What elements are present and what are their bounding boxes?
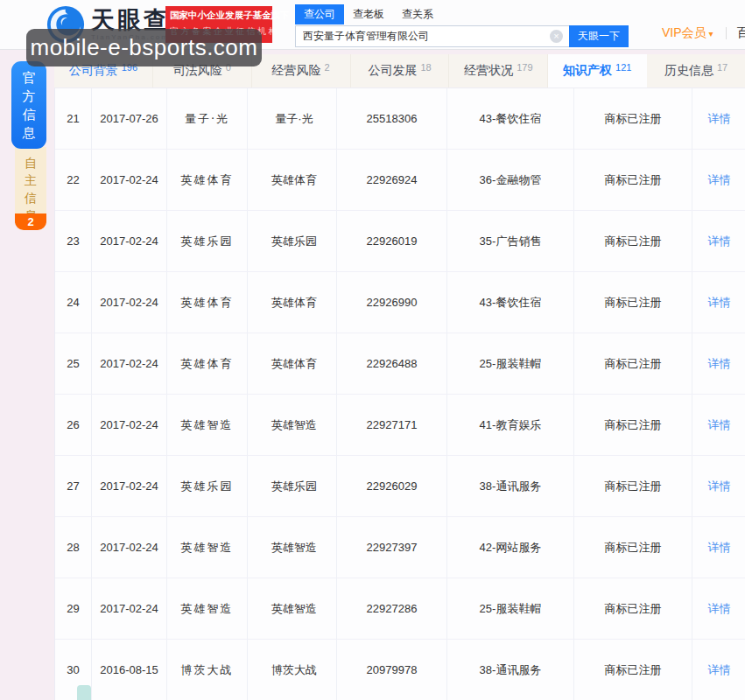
tab-intellectual-property[interactable]: 知识产权 121 — [548, 54, 647, 88]
trademark-status: 商标已注册 — [574, 272, 692, 332]
intl-class: 42-网站服务 — [447, 517, 574, 578]
detail-cell: 详情 — [692, 395, 745, 455]
registration-number: 22926019 — [337, 211, 447, 271]
trademark-name: 英雄智造 — [248, 395, 337, 455]
trademark-name: 量子·光 — [248, 88, 337, 149]
detail-cell: 详情 — [692, 517, 745, 578]
registration-number: 22926924 — [337, 150, 447, 210]
tab-company-development[interactable]: 公司发展 18 — [351, 54, 450, 88]
detail-cell: 详情 — [692, 456, 745, 516]
intl-class: 38-通讯服务 — [447, 640, 574, 700]
trademark-status: 商标已注册 — [574, 456, 692, 516]
top-nav: VIP会员 ▾ 百 — [662, 25, 745, 41]
trademark-image[interactable]: 英雄乐园 — [167, 211, 248, 271]
trademark-name: 英雄体育 — [248, 333, 337, 394]
detail-link[interactable]: 详情 — [708, 662, 731, 678]
registration-number: 22926488 — [337, 333, 447, 394]
table-row: 30 2016-08-15 博茨大战 博茨大战 20979978 38-通讯服务… — [55, 640, 745, 700]
row-index: 28 — [55, 517, 92, 578]
apply-date: 2017-02-24 — [92, 395, 167, 455]
registration-number: 22927286 — [337, 578, 447, 639]
table-row: 26 2017-02-24 英雄智造 英雄智造 22927171 41-教育娱乐… — [55, 395, 745, 456]
intl-class: 38-通讯服务 — [447, 456, 574, 516]
search-tab-boss[interactable]: 查老板 — [344, 4, 393, 24]
table-row: 25 2017-02-24 英雄体育 英雄体育 22926488 25-服装鞋帽… — [55, 333, 745, 395]
table-row: 24 2017-02-24 英雄体育 英雄体育 22926990 43-餐饮住宿… — [55, 272, 745, 333]
search-tabs: 查公司 查老板 查关系 — [295, 5, 629, 24]
tab-operation-status[interactable]: 经营状况 179 — [449, 54, 548, 88]
detail-link[interactable]: 详情 — [708, 601, 731, 617]
row-index: 27 — [55, 456, 92, 516]
search-input[interactable] — [295, 25, 569, 47]
trademark-status: 商标已注册 — [574, 211, 692, 271]
table-row: 28 2017-02-24 英雄智造 英雄智造 22927397 42-网站服务… — [55, 517, 745, 578]
registration-number: 22926990 — [337, 272, 447, 332]
sidebar-tab-self-info[interactable]: 自主信息 2 — [15, 147, 46, 230]
nav-extra-link[interactable]: 百 — [737, 25, 745, 41]
row-index: 26 — [55, 395, 92, 455]
registration-number: 20979978 — [337, 640, 447, 700]
search-block: 查公司 查老板 查关系 × 天眼一下 — [295, 5, 629, 47]
detail-cell: 详情 — [692, 88, 745, 149]
gov-badge-line1: 国家中小企业发展子基金旗下 — [170, 10, 268, 22]
search-button[interactable]: 天眼一下 — [569, 25, 629, 47]
table-row: 21 2017-07-26 量子·光 量子·光 25518306 43-餐饮住宿… — [55, 88, 745, 150]
apply-date: 2017-02-24 — [92, 333, 167, 394]
detail-link[interactable]: 详情 — [708, 540, 731, 556]
search-tab-relation[interactable]: 查关系 — [393, 4, 442, 24]
apply-date: 2017-02-24 — [92, 517, 167, 578]
detail-link[interactable]: 详情 — [708, 234, 731, 249]
detail-cell: 详情 — [692, 150, 745, 210]
intl-class: 43-餐饮住宿 — [447, 272, 574, 332]
trademark-status: 商标已注册 — [574, 150, 692, 210]
chevron-down-icon: ▾ — [709, 29, 713, 38]
detail-link[interactable]: 详情 — [708, 417, 731, 433]
detail-link[interactable]: 详情 — [708, 356, 731, 372]
detail-link[interactable]: 详情 — [708, 111, 731, 127]
trademark-image[interactable]: 博茨大战 — [167, 640, 248, 700]
trademark-image[interactable]: 英雄智造 — [167, 517, 248, 578]
trademark-status: 商标已注册 — [574, 578, 692, 639]
registration-number: 22926029 — [337, 456, 447, 516]
vip-member-link[interactable]: VIP会员 — [662, 25, 706, 41]
detail-cell: 详情 — [692, 211, 745, 271]
apply-date: 2017-02-24 — [92, 150, 167, 210]
trademark-table: 21 2017-07-26 量子·光 量子·光 25518306 43-餐饮住宿… — [54, 88, 745, 700]
row-index: 24 — [55, 272, 92, 332]
row-index: 25 — [55, 333, 92, 394]
trademark-image[interactable]: 英雄智造 — [167, 395, 248, 455]
detail-link[interactable]: 详情 — [708, 172, 731, 188]
row-index: 22 — [55, 150, 92, 210]
apply-date: 2017-02-24 — [92, 578, 167, 639]
trademark-image[interactable]: 英雄体育 — [167, 333, 248, 394]
apply-date: 2017-07-26 — [92, 88, 167, 149]
registration-number: 22927397 — [337, 517, 447, 578]
clear-search-icon[interactable]: × — [550, 30, 563, 43]
tab-operation-risk[interactable]: 经营风险 2 — [252, 54, 351, 88]
table-row: 22 2017-02-24 英雄体育 英雄体育 22926924 36-金融物管… — [55, 150, 745, 211]
trademark-image[interactable]: 英雄体育 — [167, 272, 248, 332]
detail-cell: 详情 — [692, 272, 745, 332]
trademark-name: 英雄体育 — [248, 272, 337, 332]
table-row: 27 2017-02-24 英雄乐园 英雄乐园 22926029 38-通讯服务… — [55, 456, 745, 517]
row-index: 23 — [55, 211, 92, 271]
trademark-image[interactable]: 英雄乐园 — [167, 456, 248, 516]
table-row: 23 2017-02-24 英雄乐园 英雄乐园 22926019 35-广告销售… — [55, 211, 745, 272]
trademark-image[interactable]: 英雄智造 — [167, 578, 248, 639]
detail-cell: 详情 — [692, 333, 745, 394]
search-tab-company[interactable]: 查公司 — [295, 4, 344, 24]
intl-class: 35-广告销售 — [447, 211, 574, 271]
trademark-name: 博茨大战 — [248, 640, 337, 700]
sidebar-tab-official-info[interactable]: 官方信息 — [11, 61, 46, 149]
detail-link[interactable]: 详情 — [708, 479, 731, 494]
trademark-status: 商标已注册 — [574, 640, 692, 700]
apply-date: 2016-08-15 — [92, 640, 167, 700]
floating-widget-peek[interactable] — [77, 685, 91, 700]
detail-link[interactable]: 详情 — [708, 295, 731, 311]
trademark-image[interactable]: 量子·光 — [167, 88, 248, 149]
intl-class: 41-教育娱乐 — [447, 395, 574, 455]
trademark-name: 英雄乐园 — [248, 456, 337, 516]
trademark-image[interactable]: 英雄体育 — [167, 150, 248, 210]
tab-history-info[interactable]: 历史信息 17 — [647, 54, 745, 88]
trademark-name: 英雄智造 — [248, 517, 337, 578]
